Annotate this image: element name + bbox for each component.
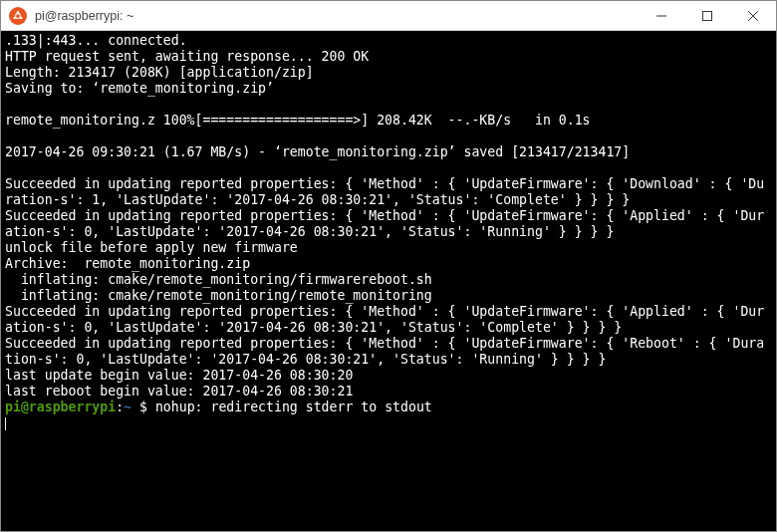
prompt-colon: : [116,399,124,414]
prompt-user-host: pi@raspberrypi [5,399,116,414]
maximize-button[interactable] [684,1,730,31]
titlebar: pi@raspberrypi: ~ [1,1,776,31]
minimize-button[interactable] [639,1,684,31]
window-title: pi@raspberrypi: ~ [35,9,639,23]
prompt-dollar: $ [131,399,155,414]
terminal-after-prompt: nohup: redirecting stderr to stdout [155,399,432,414]
ubuntu-icon [9,7,27,25]
terminal-output: .133|:443... connected. HTTP request sen… [5,33,764,399]
cursor [5,417,6,430]
close-button[interactable] [730,1,776,31]
prompt-path: ~ [124,399,131,414]
terminal-window: pi@raspberrypi: ~ .133|:443... connected… [0,0,777,532]
svg-rect-5 [703,11,712,20]
terminal-body[interactable]: .133|:443... connected. HTTP request sen… [1,31,776,531]
svg-point-3 [16,13,21,18]
